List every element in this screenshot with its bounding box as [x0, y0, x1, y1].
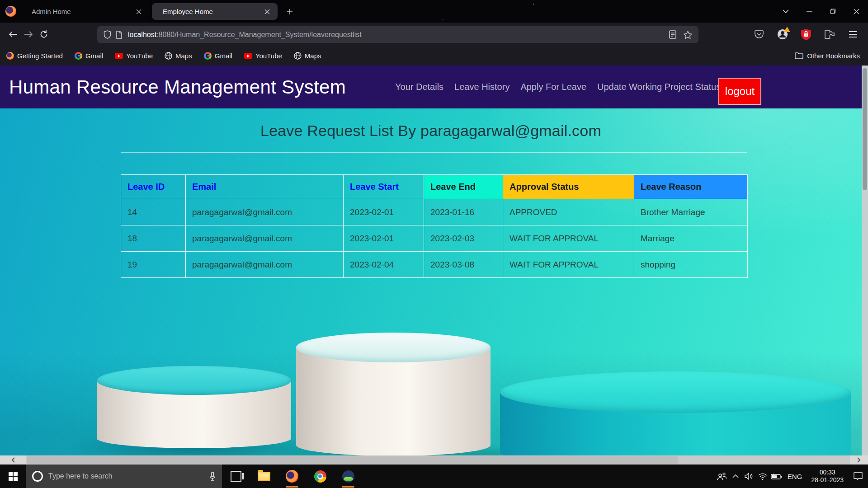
- horizontal-scrollbar[interactable]: [0, 455, 868, 465]
- bookmarks-bar: Getting Started Gmail YouTube Maps Gmail…: [0, 46, 868, 66]
- task-view-icon: [231, 471, 241, 482]
- eclipse-icon: [342, 470, 354, 483]
- menu-icon[interactable]: [846, 28, 860, 41]
- start-button[interactable]: [0, 465, 26, 488]
- firefox-icon: [5, 6, 16, 17]
- podium-background-image: [0, 108, 862, 455]
- puzzle-icon[interactable]: [823, 28, 836, 41]
- system-tray: ENG 00:33 28-01-2023: [715, 465, 868, 488]
- reader-mode-icon[interactable]: [669, 30, 676, 39]
- windows-taskbar: ENG 00:33 28-01-2023: [0, 465, 868, 488]
- bookmark-gmail[interactable]: Gmail: [75, 52, 103, 60]
- other-bookmarks-button[interactable]: Other Bookmarks: [795, 52, 860, 60]
- windows-start-icon: [9, 472, 18, 481]
- account-alert-badge: [784, 27, 790, 32]
- bookmark-gmail-2[interactable]: Gmail: [204, 52, 232, 60]
- vertical-scrollbar-thumb[interactable]: [863, 68, 867, 190]
- cell-leave-id: 14: [121, 199, 186, 225]
- cell-leave-id: 19: [121, 252, 186, 278]
- nav-apply-for-leave[interactable]: Apply For Leave: [520, 82, 586, 92]
- battery-icon[interactable]: [769, 465, 783, 488]
- scroll-left-arrow[interactable]: [0, 455, 26, 465]
- nav-update-working-project-status[interactable]: Update Working Project Status: [597, 82, 721, 92]
- cell-approval-status: APPROVED: [503, 199, 634, 225]
- bookmark-youtube[interactable]: YouTube: [115, 52, 153, 60]
- speaker-icon[interactable]: [742, 465, 756, 488]
- cell-leave-end: 2023-01-16: [424, 199, 503, 225]
- people-icon[interactable]: [715, 465, 729, 488]
- page-icon[interactable]: [116, 31, 123, 39]
- file-explorer-button[interactable]: [250, 465, 278, 488]
- forward-button[interactable]: [21, 27, 36, 42]
- microphone-icon[interactable]: [209, 472, 216, 481]
- nav-leave-history[interactable]: Leave History: [454, 82, 509, 92]
- site-title: Human Resource Management System: [9, 76, 346, 98]
- leave-request-table: Leave ID Email Leave Start Leave End App…: [121, 174, 748, 278]
- chrome-icon: [314, 470, 326, 483]
- tab-close-icon[interactable]: [134, 7, 144, 17]
- shield-icon[interactable]: [104, 30, 111, 39]
- browser-toolbar: localhost:8080/Human_Resource_Management…: [0, 23, 868, 46]
- maximize-button[interactable]: [821, 0, 844, 23]
- notification-icon[interactable]: [848, 465, 868, 488]
- youtube-icon: [244, 53, 252, 59]
- new-tab-button[interactable]: [284, 6, 296, 18]
- tab-admin-home[interactable]: Admin Home: [22, 3, 149, 20]
- logout-button[interactable]: logout: [718, 78, 761, 105]
- task-view-button[interactable]: [222, 465, 250, 488]
- account-icon[interactable]: [776, 28, 789, 41]
- pocket-icon[interactable]: [752, 28, 766, 41]
- chrome-taskbar-button[interactable]: [306, 465, 334, 488]
- cell-approval-status: WAIT FOR APPROVAL: [503, 252, 634, 278]
- bookmark-maps[interactable]: Maps: [165, 52, 192, 60]
- horizontal-scrollbar-thumb[interactable]: [27, 456, 678, 464]
- cell-leave-end: 2023-03-08: [424, 252, 503, 278]
- close-window-button[interactable]: [844, 0, 868, 23]
- taskbar-clock[interactable]: 00:33 28-01-2023: [807, 469, 848, 484]
- podium-left: [97, 366, 291, 455]
- cortana-icon[interactable]: [32, 471, 43, 482]
- date: 28-01-2023: [811, 476, 844, 484]
- page-title: Leave Request List By paragagarwal@gmail…: [0, 122, 862, 140]
- google-icon: [75, 52, 82, 60]
- nav-your-details[interactable]: Your Details: [395, 82, 443, 92]
- cell-leave-end: 2023-02-03: [424, 225, 503, 252]
- site-header: Human Resource Management System Your De…: [0, 66, 862, 108]
- tab-title: Employee Home: [163, 8, 213, 15]
- bookmark-star-icon[interactable]: [684, 31, 692, 39]
- toolbar-extensions-area: [752, 23, 868, 46]
- bookmark-label: Gmail: [85, 52, 103, 60]
- list-all-tabs-chevron-icon[interactable]: [774, 0, 797, 23]
- table-header-row: Leave ID Email Leave Start Leave End App…: [121, 175, 748, 199]
- file-explorer-icon: [258, 472, 270, 481]
- column-header-leave-end: Leave End: [424, 175, 503, 199]
- column-header-leave-start: Leave Start: [344, 175, 424, 199]
- tab-employee-home[interactable]: Employee Home: [152, 3, 278, 20]
- reload-button[interactable]: [36, 27, 52, 42]
- bookmark-youtube-2[interactable]: YouTube: [244, 52, 282, 60]
- vertical-scrollbar[interactable]: [862, 66, 868, 455]
- bookmark-getting-started[interactable]: Getting Started: [6, 52, 63, 60]
- scroll-right-arrow[interactable]: [850, 455, 868, 465]
- other-bookmarks-label: Other Bookmarks: [807, 52, 860, 60]
- chevron-up-icon[interactable]: [729, 465, 742, 488]
- bookmark-label: YouTube: [126, 52, 153, 60]
- taskbar-search[interactable]: [26, 465, 222, 488]
- firefox-taskbar-button[interactable]: [278, 465, 306, 488]
- url-bar[interactable]: localhost:8080/Human_Resource_Management…: [97, 26, 698, 43]
- google-icon: [204, 52, 212, 60]
- back-button[interactable]: [5, 27, 21, 42]
- running-app-indicator: [342, 486, 354, 488]
- column-header-approval-status: Approval Status: [503, 175, 634, 199]
- search-input[interactable]: [48, 472, 209, 480]
- bookmark-maps-2[interactable]: Maps: [294, 52, 321, 60]
- wifi-icon[interactable]: [756, 465, 769, 488]
- running-app-indicator: [286, 486, 298, 488]
- minimize-button[interactable]: [797, 0, 821, 23]
- url-text[interactable]: localhost:8080/Human_Resource_Management…: [128, 31, 362, 39]
- language-indicator[interactable]: ENG: [783, 473, 807, 480]
- tab-close-icon[interactable]: [262, 7, 272, 17]
- extension-shield-lock-icon[interactable]: [799, 28, 813, 41]
- eclipse-taskbar-button[interactable]: [334, 465, 362, 488]
- table-row: 19 paragagarwal@gmail.com 2023-02-04 202…: [121, 252, 748, 278]
